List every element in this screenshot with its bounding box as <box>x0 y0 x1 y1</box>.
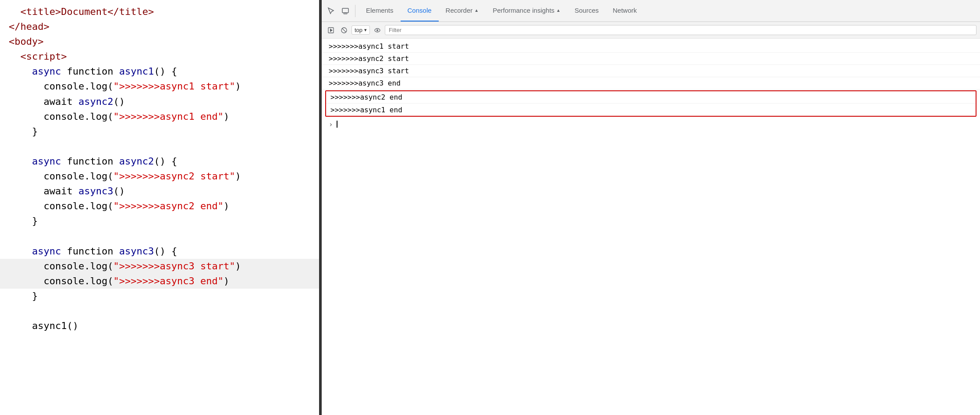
code-token: function <box>61 244 119 259</box>
code-line: } <box>0 289 319 304</box>
console-line-text: >>>>>>>async3 start <box>329 67 409 75</box>
console-toolbar: top ▾ <box>322 22 980 39</box>
code-token: </head> <box>9 19 50 34</box>
code-token: () <box>113 94 125 109</box>
code-token: () { <box>154 154 177 169</box>
code-token: ">>>>>>>async1 start" <box>113 79 235 94</box>
console-line-highlighted: >>>>>>>async2 end <box>326 91 976 104</box>
code-token: ">>>>>>>async1 end" <box>113 109 224 124</box>
code-token: ) <box>224 199 229 214</box>
code-line: console.log( ">>>>>>>async1 start" ) <box>0 79 319 94</box>
code-line: console.log( ">>>>>>>async3 end" ) <box>0 274 319 289</box>
code-token: async1 <box>119 64 154 79</box>
code-token: await <box>9 94 78 109</box>
code-editor: <title>Document</title> </head> <body> <… <box>0 0 320 415</box>
code-token: console.log( <box>9 169 113 184</box>
console-clear-button[interactable] <box>338 25 350 36</box>
code-line: console.log( ">>>>>>>async2 end" ) <box>0 199 319 214</box>
code-token: async1() <box>9 318 78 333</box>
code-line: <script> <box>0 49 319 64</box>
performance-badge: ▲ <box>556 8 561 13</box>
code-token: console.log( <box>9 79 113 94</box>
code-token: console.log( <box>9 109 113 124</box>
code-token: function <box>61 154 119 169</box>
code-line: <title>Document</title> <box>0 4 319 19</box>
recorder-badge: ▲ <box>474 8 479 13</box>
code-line: <body> <box>0 34 319 49</box>
chevron-down-icon: ▾ <box>364 27 367 33</box>
code-line <box>0 304 319 318</box>
code-line: } <box>0 214 319 229</box>
tab-console[interactable]: Console <box>401 0 439 21</box>
code-token: } <box>9 124 38 139</box>
code-token: ">>>>>>>async2 end" <box>113 199 224 214</box>
code-token: await <box>9 184 78 199</box>
context-selector[interactable]: top ▾ <box>352 25 370 35</box>
code-line <box>0 229 319 243</box>
svg-marker-4 <box>330 29 333 32</box>
code-token: ">>>>>>>async3 start" <box>113 259 235 274</box>
tab-label: Console <box>408 7 432 14</box>
console-line: >>>>>>>async3 end <box>322 77 980 89</box>
code-token: ">>>>>>>async3 end" <box>113 274 224 289</box>
console-filter-input[interactable] <box>385 25 976 35</box>
code-line: async function async2 () { <box>0 154 319 169</box>
code-token: async3 <box>78 184 113 199</box>
code-token: ) <box>224 274 229 289</box>
code-token: <title>Document</title> <box>9 4 154 19</box>
tab-label: Sources <box>575 7 599 14</box>
devtools-tabs: Elements Console Recorder ▲ Performance … <box>359 0 976 21</box>
code-line: console.log( ">>>>>>>async1 end" ) <box>0 109 319 124</box>
tab-recorder[interactable]: Recorder ▲ <box>439 0 486 21</box>
code-token: <script> <box>9 49 67 64</box>
console-line: >>>>>>>async3 start <box>322 65 980 77</box>
code-token: () <box>113 184 125 199</box>
tab-performance-insights[interactable]: Performance insights ▲ <box>486 0 568 21</box>
tab-label: Elements <box>366 7 394 14</box>
tab-label: Network <box>613 7 637 14</box>
code-line: </head> <box>0 19 319 34</box>
console-line-text: >>>>>>>async1 end <box>330 106 402 114</box>
code-line: await async2 () <box>0 94 319 109</box>
console-highlighted-group: >>>>>>>async2 end >>>>>>>async1 end <box>325 90 976 117</box>
code-token: console.log( <box>9 259 113 274</box>
code-line: async1() <box>0 318 319 333</box>
console-input-line[interactable]: › <box>322 118 980 131</box>
tab-label: Recorder <box>446 7 473 14</box>
console-execute-button[interactable] <box>325 25 337 36</box>
svg-point-8 <box>376 29 378 31</box>
code-line: console.log( ">>>>>>>async3 start" ) <box>0 259 319 274</box>
code-token: <body> <box>9 34 43 49</box>
console-prompt-icon: › <box>329 120 333 129</box>
console-filter-types-button[interactable] <box>372 25 383 36</box>
code-token: ">>>>>>>async2 start" <box>113 169 235 184</box>
inspect-element-icon[interactable] <box>325 5 337 17</box>
code-token: () { <box>154 64 177 79</box>
console-cursor <box>337 121 337 128</box>
tab-network[interactable]: Network <box>606 0 644 21</box>
code-token: async <box>9 64 61 79</box>
tab-label: Performance insights <box>493 7 554 14</box>
toolbar-icons <box>325 5 352 17</box>
code-token: ) <box>235 79 241 94</box>
devtools-panel: Elements Console Recorder ▲ Performance … <box>322 0 980 415</box>
code-line: async function async1 () { <box>0 64 319 79</box>
code-token: async2 <box>119 154 154 169</box>
code-token: async <box>9 154 61 169</box>
code-line <box>0 139 319 154</box>
code-token: } <box>9 289 38 304</box>
svg-rect-1 <box>344 13 347 14</box>
tab-sources[interactable]: Sources <box>568 0 606 21</box>
console-line-text: >>>>>>>async3 end <box>329 79 401 87</box>
code-token: async <box>9 244 61 259</box>
device-emulation-icon[interactable] <box>339 5 352 17</box>
code-token: () { <box>154 244 177 259</box>
code-line: await async3 () <box>0 184 319 199</box>
code-content: <title>Document</title> </head> <body> <… <box>0 0 319 338</box>
code-line: async function async3 () { <box>0 244 319 259</box>
svg-rect-0 <box>342 8 348 13</box>
code-token: console.log( <box>9 199 113 214</box>
svg-line-6 <box>342 28 346 32</box>
tab-elements[interactable]: Elements <box>359 0 401 21</box>
code-token: ) <box>224 109 229 124</box>
